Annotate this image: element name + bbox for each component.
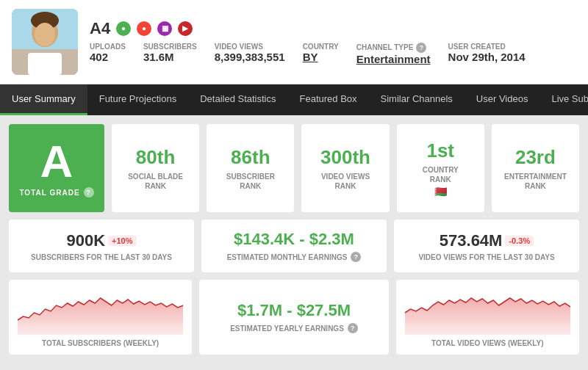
video-views-weekly-label: TOTAL VIDEO VIEWS (WEEKLY)	[431, 339, 543, 347]
grade-help-icon[interactable]: ?	[84, 187, 94, 197]
monthly-earnings-help-icon[interactable]: ?	[351, 252, 361, 262]
video-views-30-label: VIDEO VIEWS FOR THE LAST 30 DAYS	[418, 253, 554, 261]
yearly-earnings-label: ESTIMATED YEARLY EARNINGS ?	[230, 323, 358, 333]
nav-live-subscriber[interactable]: Live Subscriber...	[539, 84, 588, 115]
monthly-earnings-card: $143.4K - $2.3M ESTIMATED MONTHLY EARNIN…	[201, 220, 387, 272]
social-blade-rank-card: 80th SOCIAL BLADERANK	[112, 124, 199, 212]
nav-future-projections[interactable]: Future Projections	[87, 84, 189, 115]
video-views-stat: VIDEO VIEWS 8,399,383,551	[215, 43, 285, 63]
nav-user-videos[interactable]: User Videos	[465, 84, 540, 115]
country-flag: 🇧🇾	[434, 186, 447, 197]
social-icon-1[interactable]: ●	[116, 21, 131, 36]
social-icon-4[interactable]: ▶	[178, 21, 193, 36]
rank-cards-container: 80th SOCIAL BLADERANK 86th SUBSCRIBERRAN…	[112, 124, 579, 212]
subscribers-weekly-label: TOTAL SUBSCRIBERS (WEEKLY)	[42, 339, 159, 347]
uploads-stat: UPLOADS 402	[90, 43, 126, 63]
monthly-earnings-value: $143.4K - $2.3M	[234, 230, 354, 249]
social-icon-2[interactable]: ●	[137, 21, 151, 36]
main-content: A TOTAL GRADE ? 80th SOCIAL BLADERANK 86…	[0, 115, 588, 363]
svg-point-4	[35, 23, 55, 46]
chart-section: TOTAL SUBSCRIBERS (WEEKLY) $1.7M - $27.5…	[9, 280, 579, 355]
video-views-30-days-card: 573.64M -0.3% VIDEO VIEWS FOR THE LAST 3…	[394, 220, 579, 272]
video-views-weekly-chart	[405, 287, 570, 335]
entertainment-rank-card: 23rd ENTERTAINMENTRANK	[492, 124, 579, 212]
country-stat: COUNTRY BY	[303, 43, 339, 63]
subscriber-rank-card: 86th SUBSCRIBERRANK	[207, 124, 294, 212]
video-views-weekly-chart-card: TOTAL VIDEO VIEWS (WEEKLY)	[396, 280, 579, 355]
channel-type-stat: CHANNEL TYPE ? Entertainment	[356, 43, 431, 65]
video-views-30-change: -0.3%	[505, 236, 534, 246]
video-views-30-value: 573.64M	[440, 231, 503, 250]
yearly-earnings-value: $1.7M - $27.5M	[237, 301, 351, 320]
subscribers-weekly-chart-card: TOTAL SUBSCRIBERS (WEEKLY)	[9, 280, 192, 355]
grade-box: A TOTAL GRADE ?	[9, 124, 104, 212]
ranks-section: A TOTAL GRADE ? 80th SOCIAL BLADERANK 86…	[9, 124, 579, 212]
channel-name: A4	[90, 19, 110, 38]
subscribers-stat: SUBSCRIBERS 31.6M	[143, 43, 197, 63]
subscribers-weekly-chart	[18, 287, 183, 335]
yearly-earnings-card: $1.7M - $27.5M ESTIMATED YEARLY EARNINGS…	[199, 280, 388, 355]
subscribers-30-value: 900K	[66, 231, 105, 250]
video-views-rank-card: 300th VIDEO VIEWSRANK	[301, 124, 389, 212]
subscribers-30-change: +10%	[108, 236, 136, 246]
yearly-earnings-help-icon[interactable]: ?	[348, 323, 358, 333]
nav-featured-box[interactable]: Featured Box	[288, 84, 369, 115]
channel-stats-row: UPLOADS 402 SUBSCRIBERS 31.6M VIDEO VIEW…	[90, 43, 526, 65]
channel-info-block: A4 ● ● ▦ ▶ UPLOADS 402 SUBSCRIBERS 31.6M…	[90, 19, 526, 65]
nav-detailed-statistics[interactable]: Detailed Statistics	[188, 84, 287, 115]
grade-letter: A	[40, 139, 74, 184]
subscribers-30-days-card: 900K +10% SUBSCRIBERS FOR THE LAST 30 DA…	[9, 220, 194, 272]
monthly-earnings-label: ESTIMATED MONTHLY EARNINGS ?	[227, 252, 362, 262]
channel-type-help-icon[interactable]: ?	[416, 43, 426, 53]
channel-avatar	[12, 9, 78, 75]
nav-user-summary[interactable]: User Summary	[0, 84, 87, 115]
navigation-bar: User Summary Future Projections Detailed…	[0, 84, 588, 115]
channel-header: A4 ● ● ▦ ▶ UPLOADS 402 SUBSCRIBERS 31.6M…	[0, 0, 588, 84]
country-rank-card: 1st COUNTRYRANK 🇧🇾	[397, 124, 484, 212]
stats-cards-section: 900K +10% SUBSCRIBERS FOR THE LAST 30 DA…	[9, 220, 579, 272]
nav-similar-channels[interactable]: Similar Channels	[369, 84, 465, 115]
social-icon-3[interactable]: ▦	[157, 21, 172, 36]
user-created-stat: USER CREATED Nov 29th, 2014	[448, 43, 526, 63]
subscribers-30-label: SUBSCRIBERS FOR THE LAST 30 DAYS	[31, 253, 172, 261]
svg-rect-5	[28, 53, 62, 75]
